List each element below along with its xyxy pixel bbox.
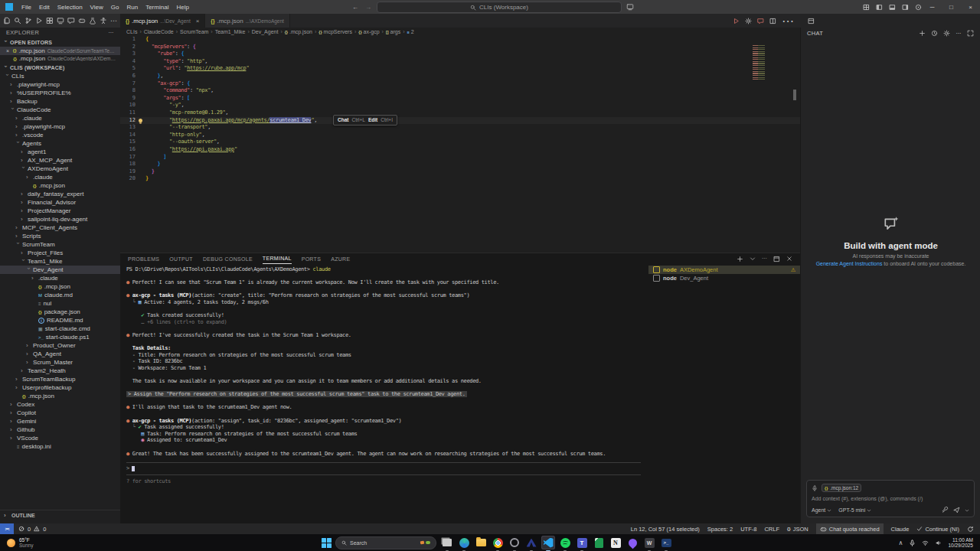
settings-gear-icon[interactable] (943, 30, 950, 37)
context-chip[interactable]: {} .mcp.json:12 (822, 484, 861, 492)
open-editors-layout-icon[interactable] (808, 18, 815, 24)
tree-item-.claude[interactable]: ›.claude (0, 173, 120, 181)
send-options-chevron-icon[interactable] (965, 508, 969, 513)
tree-item-Team1_Mike[interactable]: ›Team1_Mike (0, 257, 120, 266)
tree-item-Github[interactable]: ›Github (0, 425, 120, 434)
tree-item-agent1[interactable]: ›agent1 (0, 148, 120, 156)
code-line-9[interactable]: 9 "args": [ (120, 95, 800, 103)
lightbulb-icon[interactable] (139, 119, 142, 122)
tree-item-.playwright-mcp[interactable]: ›.playwright-mcp (0, 122, 120, 131)
tree-item-ClaudeCode[interactable]: ›ClaudeCode (0, 106, 120, 114)
code-line-18[interactable]: 18 } (120, 161, 800, 168)
taskbar-app-chrome[interactable] (491, 536, 505, 549)
generate-instructions-link[interactable]: Generate Agent Instructions (816, 261, 883, 266)
tree-item-Scrum_Master[interactable]: ›Scrum_Master (0, 358, 120, 367)
breadcrumb-item[interactable]: {}.mcp.json (285, 29, 312, 34)
tree-item-.vscode[interactable]: ›.vscode (0, 131, 120, 139)
tree-item-start-claude.cmd[interactable]: ▣start-claude.cmd (0, 324, 120, 333)
open-editors-header[interactable]: › OPEN EDITORS (0, 37, 120, 47)
search-icon[interactable] (13, 16, 22, 25)
code-line-15[interactable]: 15 "--oauth-server", (120, 139, 800, 146)
tree-item-Scripts[interactable]: ›Scripts (0, 232, 120, 240)
taskbar-app-notion[interactable]: N (609, 536, 622, 549)
panel-grid-icon[interactable] (863, 4, 870, 11)
model-dropdown[interactable]: GPT-5 mini (838, 507, 871, 513)
panel-tab-terminal[interactable]: TERMINAL (263, 253, 292, 264)
breadcrumb-item[interactable]: Dev_Agent (252, 29, 279, 34)
terminal-input-box[interactable]: > (126, 462, 641, 475)
code-area[interactable]: 1{2 "mcpServers": {3 "rube": {4 "type": … (120, 36, 800, 183)
close-icon[interactable]: × (196, 18, 200, 24)
code-line-4[interactable]: 4 "type": "http", (120, 58, 800, 66)
code-line-7[interactable]: 7 "ax-gcp": { (120, 80, 800, 88)
panel-bottom-icon[interactable] (889, 4, 896, 11)
tree-item-ScrumTeamBackup[interactable]: ›ScrumTeamBackup (0, 375, 120, 383)
remote-explorer-icon[interactable] (56, 16, 65, 25)
status-item-reload[interactable] (967, 523, 974, 534)
terminal-instance-AXDemoAgent[interactable]: nodeAXDemoAgent⚠ (648, 266, 800, 274)
start-button[interactable] (322, 538, 332, 548)
code-line-17[interactable]: 17 ] (120, 154, 800, 161)
more-icon[interactable]: ⋯ (109, 17, 118, 24)
status-item-continue-ni-[interactable]: Continue (NI) (916, 523, 959, 534)
code-line-16[interactable]: 16 "https://api.paxai.app" (120, 146, 800, 154)
tools-icon[interactable] (942, 507, 949, 514)
status-item-claude[interactable]: Claude (891, 523, 910, 534)
comments-icon[interactable] (67, 16, 76, 25)
scrollbar-thumb[interactable] (793, 90, 796, 100)
more-actions-icon[interactable]: ⋯ (108, 29, 114, 36)
taskbar-app-settings-ring[interactable] (508, 536, 521, 549)
code-line-19[interactable]: 19 } (120, 168, 800, 176)
menu-selection[interactable]: Selection (54, 4, 87, 11)
problems-status[interactable]: 0 0 (14, 526, 46, 533)
panel-tab-debug-console[interactable]: DEBUG CONSOLE (203, 253, 253, 264)
sidebar-left-icon[interactable] (876, 4, 883, 11)
breadcrumb-item[interactable]: []args (386, 29, 400, 34)
split-editor-icon[interactable] (769, 18, 776, 24)
editor-tab-2[interactable]: {}.mcp.json...\AXDemoAgent (205, 14, 290, 28)
status-item-spaces-2[interactable]: Spaces: 2 (707, 523, 733, 534)
sidebar-right-icon[interactable] (902, 4, 909, 11)
testing-icon[interactable] (88, 16, 97, 25)
status-item-crlf[interactable]: CRLF (764, 523, 779, 534)
status-item-json[interactable]: {}JSON (787, 523, 808, 534)
tree-item-CLIs[interactable]: ›CLIs (0, 72, 120, 80)
code-line-10[interactable]: 10 "-y", (120, 102, 800, 109)
mode-dropdown[interactable]: Agent (812, 507, 831, 513)
maximize-panel-icon[interactable] (773, 256, 780, 262)
customize-layout-icon[interactable] (915, 4, 922, 11)
tree-item-sailpoint-iiq-dev-agent[interactable]: ›sailpoint-iiq-dev-agent (0, 215, 120, 223)
tree-item-.mcp.json[interactable]: {}.mcp.json (0, 392, 120, 400)
files-icon[interactable] (2, 16, 11, 25)
taskbar-app-teams[interactable]: T (575, 536, 589, 549)
tree-item-nul[interactable]: ≡nul (0, 299, 120, 308)
tree-item-Project_Files[interactable]: ›Project_Files (0, 249, 120, 257)
microphone-icon[interactable] (909, 540, 916, 546)
tree-item-Codex[interactable]: ›Codex (0, 400, 120, 409)
minimize-icon[interactable]: ─ (923, 0, 942, 14)
history-icon[interactable] (931, 30, 938, 37)
remote-window-icon[interactable] (626, 3, 634, 11)
breadcrumb-item[interactable]: CLIs (126, 29, 137, 34)
tree-item-VScode[interactable]: ›VScode (0, 434, 120, 442)
taskbar-app-green-doc-app[interactable] (592, 536, 606, 549)
taskbar-app-file-explorer[interactable] (474, 536, 488, 549)
tree-item-Financial_Advisor[interactable]: ›Financial_Advisor (0, 198, 120, 207)
code-line-20[interactable]: 20} (120, 175, 800, 183)
copilot-icon[interactable] (77, 16, 87, 25)
microphone-icon[interactable] (812, 485, 818, 491)
remote-indicator[interactable]: >< (0, 523, 14, 534)
taskbar-app-spotify[interactable] (558, 536, 572, 549)
panel-tab-ports[interactable]: PORTS (302, 253, 322, 264)
panel-tab-output[interactable]: OUTPUT (169, 253, 193, 264)
minimap[interactable] (753, 45, 765, 80)
tree-item-Backup[interactable]: ›Backup (0, 97, 120, 106)
more-icon[interactable]: ⋯ (762, 256, 767, 262)
more-icon[interactable]: ⋯ (956, 30, 962, 37)
code-line-8[interactable]: 8 "command": "npx", (120, 87, 800, 95)
tree-item-Dev_Agent[interactable]: ›Dev_Agent (0, 266, 120, 274)
tree-item-.mcp.json[interactable]: {}.mcp.json (0, 282, 120, 291)
tree-item-desktop.ini[interactable]: ≡desktop.ini (0, 442, 120, 451)
close-icon[interactable]: × (6, 48, 11, 54)
taskbar-app-powershell[interactable]: >_ (659, 536, 673, 549)
